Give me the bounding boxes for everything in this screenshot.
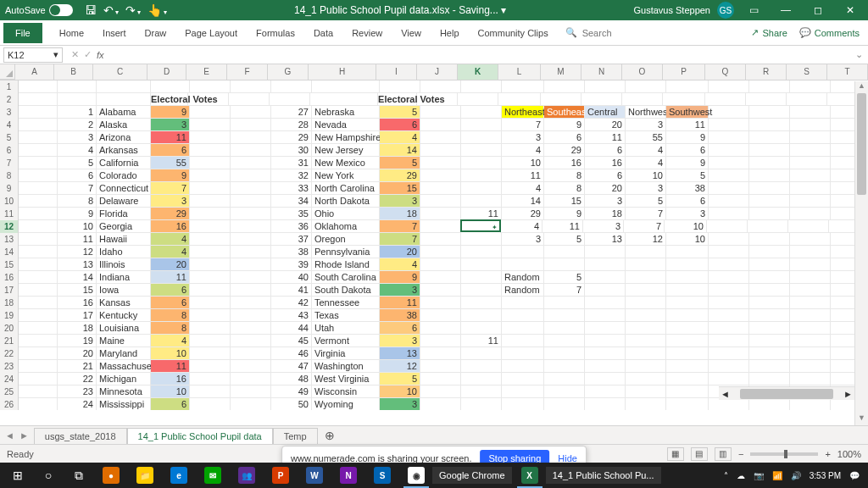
cell-K18[interactable] — [461, 297, 502, 309]
cell-S13[interactable] — [790, 233, 831, 246]
cell-D17[interactable]: 6 — [151, 284, 190, 297]
cell-I6[interactable]: 14 — [380, 144, 420, 157]
cell-A16[interactable] — [19, 271, 58, 284]
worksheet-grid[interactable]: A B C D E F G H I J K L M N O P Q R S T … — [0, 64, 868, 410]
cell-A19[interactable] — [19, 309, 58, 322]
cell-S8[interactable] — [790, 169, 831, 182]
cell-G4[interactable]: 28 — [271, 119, 312, 131]
cell-B16[interactable]: 14 — [58, 271, 97, 284]
cell-D9[interactable]: 7 — [151, 182, 190, 195]
cell-Q2[interactable] — [705, 93, 746, 106]
tab-insert[interactable]: Insert — [101, 23, 128, 43]
cell-R11[interactable] — [749, 208, 790, 220]
cell-S6[interactable] — [790, 144, 831, 157]
cell-S18[interactable] — [790, 297, 831, 309]
cell-N7[interactable]: 16 — [585, 157, 626, 169]
cell-Q15[interactable] — [709, 258, 749, 271]
cell-D7[interactable]: 55 — [151, 157, 190, 169]
cell-H11[interactable]: Ohio — [312, 208, 380, 220]
cell-A14[interactable] — [19, 246, 58, 258]
cell-Q24[interactable] — [709, 373, 749, 385]
scroll-thumb-h[interactable] — [740, 389, 833, 399]
cell-B17[interactable]: 15 — [58, 284, 97, 297]
cell-L8[interactable]: 11 — [502, 169, 544, 182]
col-P[interactable]: P — [663, 64, 705, 80]
cell-F1[interactable] — [231, 80, 271, 93]
cell-H4[interactable]: Nevada — [312, 119, 380, 131]
ribbon-display-icon[interactable]: ▭ — [741, 4, 766, 16]
cell-F26[interactable] — [231, 398, 271, 410]
cell-B22[interactable]: 20 — [58, 347, 97, 360]
cell-R26[interactable] — [749, 398, 790, 410]
cell-Q11[interactable] — [709, 208, 749, 220]
cell-M5[interactable]: 6 — [544, 131, 585, 144]
cell-R13[interactable] — [749, 233, 790, 246]
col-T[interactable]: T — [827, 64, 868, 80]
cell-K11[interactable]: 11 — [461, 208, 502, 220]
cell-D23[interactable]: 11 — [151, 360, 190, 373]
cell-Q12[interactable] — [707, 220, 748, 233]
cell-C18[interactable]: Kansas — [97, 297, 151, 309]
tray-time[interactable]: 3:53 PM — [810, 471, 841, 480]
cell-O13[interactable]: 12 — [626, 233, 666, 246]
cell-O12[interactable]: 7 — [624, 220, 665, 233]
col-R[interactable]: R — [746, 64, 787, 80]
row-header[interactable]: 15 — [0, 258, 19, 271]
cell-F11[interactable] — [231, 208, 271, 220]
sheet-nav-next-icon[interactable]: ► — [19, 430, 29, 441]
cell-F17[interactable] — [231, 284, 271, 297]
cell-K6[interactable] — [461, 144, 502, 157]
cell-C3[interactable]: Alabama — [97, 106, 151, 119]
cell-J23[interactable] — [420, 360, 461, 373]
cell-O6[interactable]: 4 — [626, 144, 666, 157]
cell-D19[interactable]: 8 — [151, 309, 190, 322]
cell-A22[interactable] — [19, 347, 58, 360]
cell-M19[interactable] — [544, 309, 585, 322]
cell-K9[interactable] — [461, 182, 502, 195]
cell-J4[interactable] — [420, 119, 461, 131]
cell-O14[interactable] — [626, 246, 666, 258]
cell-E6[interactable] — [190, 144, 231, 157]
taskbar-app[interactable]: 📁 — [129, 463, 161, 488]
cell-F6[interactable] — [231, 144, 271, 157]
cell-N21[interactable] — [585, 335, 626, 347]
cell-F16[interactable] — [231, 271, 271, 284]
cell-H7[interactable]: New Mexico — [312, 157, 380, 169]
cell-B6[interactable]: 4 — [58, 144, 97, 157]
cell-M18[interactable] — [544, 297, 585, 309]
cell-B8[interactable]: 6 — [58, 169, 97, 182]
col-O[interactable]: O — [622, 64, 663, 80]
cell-H9[interactable]: North Carolina — [312, 182, 380, 195]
cell-I12[interactable]: 7 — [380, 220, 420, 233]
cell-G26[interactable]: 50 — [271, 398, 312, 410]
cell-G24[interactable]: 48 — [271, 373, 312, 385]
cell-K4[interactable] — [461, 119, 502, 131]
row-header[interactable]: 12 — [0, 220, 19, 233]
cell-J26[interactable] — [420, 398, 461, 410]
cell-E10[interactable] — [190, 195, 231, 208]
touch-mode-icon[interactable]: 👆 — [147, 3, 167, 17]
cell-Q14[interactable] — [709, 246, 749, 258]
cell-L10[interactable]: 14 — [502, 195, 544, 208]
cell-O5[interactable]: 55 — [626, 131, 666, 144]
col-L[interactable]: L — [498, 64, 541, 80]
cell-E15[interactable] — [190, 258, 231, 271]
cell-E18[interactable] — [190, 297, 231, 309]
cell-R4[interactable] — [749, 119, 790, 131]
cell-H26[interactable]: Wyoming — [312, 398, 380, 410]
cell-O3[interactable]: Northwest — [626, 106, 666, 119]
cell-K21[interactable]: 11 — [461, 335, 502, 347]
cell-O15[interactable] — [626, 258, 666, 271]
cell-H14[interactable]: Pennsylvania — [312, 246, 380, 258]
cell-E25[interactable] — [190, 385, 231, 398]
cell-P23[interactable] — [666, 360, 709, 373]
cell-F9[interactable] — [231, 182, 271, 195]
scroll-thumb[interactable] — [857, 93, 866, 195]
cell-M24[interactable] — [544, 373, 585, 385]
page-layout-view-icon[interactable]: ▤ — [691, 447, 708, 461]
cell-C5[interactable]: Arizona — [97, 131, 151, 144]
cell-Q7[interactable] — [709, 157, 749, 169]
expand-formula-bar-icon[interactable]: ⌄ — [850, 49, 868, 60]
cell-C19[interactable]: Kentucky — [97, 309, 151, 322]
cell-C25[interactable]: Minnesota — [97, 385, 151, 398]
